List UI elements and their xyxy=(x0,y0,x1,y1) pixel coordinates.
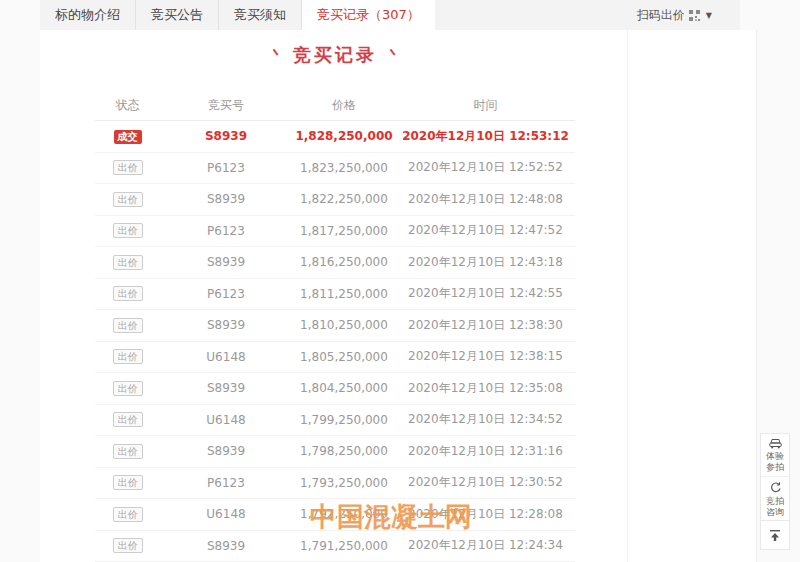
time-cell: 2020年12月10日 12:28:08 xyxy=(396,506,575,523)
circular-arrow-icon xyxy=(769,481,782,494)
price-cell: 1,810,250,000 xyxy=(292,318,396,332)
status-badge: 出价 xyxy=(113,538,143,553)
status-cell: 出价 xyxy=(95,160,160,175)
time-cell: 2020年12月10日 12:52:52 xyxy=(396,159,575,176)
price-cell: 1,828,250,000 xyxy=(292,129,396,143)
time-cell: 2020年12月10日 12:30:52 xyxy=(396,474,575,491)
status-badge: 成交 xyxy=(114,130,142,144)
price-cell: 1,823,250,000 xyxy=(292,161,396,175)
qr-code-icon xyxy=(689,10,700,21)
auction-record-page: 标的物介绍 竞买公告 竞买须知 竞买记录（307） 扫码出价 ▼ 丶竞买记录丶 … xyxy=(0,0,800,562)
time-cell: 2020年12月10日 12:47:52 xyxy=(396,222,575,239)
table-row: 出价 U6148 1,792,250,000 2020年12月10日 12:28… xyxy=(95,499,575,531)
bidder-number-cell: S8939 xyxy=(160,192,292,206)
bidder-number-cell: P6123 xyxy=(160,476,292,490)
price-cell: 1,805,250,000 xyxy=(292,350,396,364)
auction-consult-label: 竞拍咨询 xyxy=(765,496,785,518)
status-badge: 出价 xyxy=(113,160,143,175)
bidder-number-cell: P6123 xyxy=(160,287,292,301)
table-row: 出价 S8939 1,810,250,000 2020年12月10日 12:38… xyxy=(95,310,575,342)
status-badge: 出价 xyxy=(113,475,143,490)
time-cell: 2020年12月10日 12:34:52 xyxy=(396,411,575,428)
time-cell: 2020年12月10日 12:24:34 xyxy=(396,537,575,554)
car-icon xyxy=(769,438,782,449)
status-cell: 成交 xyxy=(95,129,160,144)
price-cell: 1,822,250,000 xyxy=(292,192,396,206)
table-row: 出价 P6123 1,793,250,000 2020年12月10日 12:30… xyxy=(95,468,575,500)
status-cell: 出价 xyxy=(95,223,160,238)
tab-bid-records[interactable]: 竞买记录（307） xyxy=(302,0,435,30)
page-title-text: 竞买记录 xyxy=(293,44,377,65)
header-bidder-number: 竞买号 xyxy=(160,97,292,114)
status-cell: 出价 xyxy=(95,286,160,301)
status-badge: 出价 xyxy=(113,381,143,396)
status-cell: 出价 xyxy=(95,507,160,522)
content-panel: 丶竞买记录丶 状态 竞买号 价格 时间 成交 S8939 1,828,250,0… xyxy=(40,30,757,562)
table-row: 出价 P6123 1,811,250,000 2020年12月10日 12:42… xyxy=(95,279,575,311)
experience-bid-button[interactable]: 体验参拍 xyxy=(761,434,789,476)
time-cell: 2020年12月10日 12:43:18 xyxy=(396,254,575,271)
bidder-number-cell: S8939 xyxy=(160,444,292,458)
status-cell: 出价 xyxy=(95,475,160,490)
status-badge: 出价 xyxy=(113,507,143,522)
bid-record-table: 状态 竞买号 价格 时间 成交 S8939 1,828,250,000 2020… xyxy=(95,91,575,562)
tab-bid-instructions[interactable]: 竞买须知 xyxy=(219,0,302,30)
bidder-number-cell: S8939 xyxy=(160,318,292,332)
status-cell: 出价 xyxy=(95,444,160,459)
header-status: 状态 xyxy=(95,97,160,114)
bidder-number-cell: U6148 xyxy=(160,413,292,427)
status-badge: 出价 xyxy=(113,444,143,459)
price-cell: 1,799,250,000 xyxy=(292,413,396,427)
status-badge: 出价 xyxy=(113,192,143,207)
table-row: 出价 S8939 1,798,250,000 2020年12月10日 12:31… xyxy=(95,436,575,468)
time-cell: 2020年12月10日 12:38:30 xyxy=(396,317,575,334)
price-cell: 1,816,250,000 xyxy=(292,255,396,269)
bidder-number-cell: P6123 xyxy=(160,161,292,175)
time-cell: 2020年12月10日 12:31:16 xyxy=(396,443,575,460)
header-time: 时间 xyxy=(396,97,575,114)
time-cell: 2020年12月10日 12:35:08 xyxy=(396,380,575,397)
table-header-row: 状态 竞买号 价格 时间 xyxy=(95,91,575,121)
status-badge: 出价 xyxy=(113,412,143,427)
bidder-number-cell: S8939 xyxy=(160,255,292,269)
bidder-number-cell: P6123 xyxy=(160,224,292,238)
status-badge: 出价 xyxy=(113,349,143,364)
status-badge: 出价 xyxy=(113,223,143,238)
bidder-number-cell: S8939 xyxy=(160,381,292,395)
price-cell: 1,798,250,000 xyxy=(292,444,396,458)
table-row: 出价 S8939 1,791,250,000 2020年12月10日 12:24… xyxy=(95,531,575,562)
vertical-divider xyxy=(627,30,628,562)
price-cell: 1,792,250,000 xyxy=(292,507,396,521)
auction-consult-button[interactable]: 竞拍咨询 xyxy=(761,476,789,521)
status-cell: 出价 xyxy=(95,412,160,427)
tab-bar: 标的物介绍 竞买公告 竞买须知 竞买记录（307） 扫码出价 ▼ xyxy=(40,0,740,30)
status-cell: 出价 xyxy=(95,381,160,396)
table-row: 出价 U6148 1,805,250,000 2020年12月10日 12:38… xyxy=(95,342,575,374)
status-cell: 出价 xyxy=(95,318,160,333)
side-tool-panel: 体验参拍 竞拍咨询 xyxy=(760,433,790,522)
chevron-down-icon: ▼ xyxy=(706,11,712,20)
tab-auction-notice[interactable]: 竞买公告 xyxy=(136,0,219,30)
title-right-mark: 丶 xyxy=(386,45,401,63)
tab-item-intro[interactable]: 标的物介绍 xyxy=(40,0,136,30)
status-badge: 出价 xyxy=(113,255,143,270)
time-cell: 2020年12月10日 12:53:12 xyxy=(396,128,575,145)
table-row: 出价 P6123 1,823,250,000 2020年12月10日 12:52… xyxy=(95,153,575,185)
status-cell: 出价 xyxy=(95,192,160,207)
price-cell: 1,804,250,000 xyxy=(292,381,396,395)
back-to-top-button[interactable] xyxy=(760,520,790,550)
table-row: 出价 S8939 1,816,250,000 2020年12月10日 12:43… xyxy=(95,247,575,279)
bidder-number-cell: U6148 xyxy=(160,507,292,521)
back-to-top-icon xyxy=(768,529,782,542)
table-row: 出价 S8939 1,822,250,000 2020年12月10日 12:48… xyxy=(95,184,575,216)
experience-bid-label: 体验参拍 xyxy=(765,451,785,473)
table-row: 出价 U6148 1,799,250,000 2020年12月10日 12:34… xyxy=(95,405,575,437)
status-badge: 出价 xyxy=(113,318,143,333)
scan-code-bid-dropdown[interactable]: 扫码出价 ▼ xyxy=(637,0,712,30)
bidder-number-cell: S8939 xyxy=(160,539,292,553)
price-cell: 1,791,250,000 xyxy=(292,539,396,553)
scan-code-bid-label: 扫码出价 xyxy=(637,7,685,24)
table-body: 成交 S8939 1,828,250,000 2020年12月10日 12:53… xyxy=(95,121,575,562)
price-cell: 1,793,250,000 xyxy=(292,476,396,490)
status-cell: 出价 xyxy=(95,349,160,364)
